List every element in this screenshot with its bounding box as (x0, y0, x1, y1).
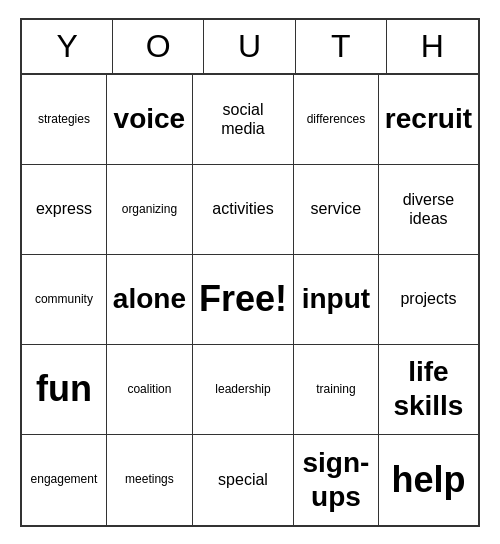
bingo-cell-23: sign-ups (294, 435, 379, 525)
bingo-cell-17: leadership (193, 345, 294, 435)
header-letter-t: T (296, 20, 387, 73)
bingo-cell-16: coalition (107, 345, 193, 435)
cell-text-6: organizing (122, 202, 177, 216)
cell-text-11: alone (113, 282, 186, 316)
bingo-cell-15: fun (22, 345, 107, 435)
bingo-cell-4: recruit (379, 75, 478, 165)
bingo-cell-21: meetings (107, 435, 193, 525)
bingo-cell-7: activities (193, 165, 294, 255)
cell-text-24: help (391, 458, 465, 501)
cell-text-4: recruit (385, 102, 472, 136)
bingo-grid: strategiesvoicesocial mediadifferencesre… (22, 75, 478, 525)
cell-text-14: projects (400, 289, 456, 308)
cell-text-10: community (35, 292, 93, 306)
cell-text-7: activities (212, 199, 273, 218)
cell-text-21: meetings (125, 472, 174, 486)
bingo-cell-24: help (379, 435, 478, 525)
bingo-cell-11: alone (107, 255, 193, 345)
header-letter-h: H (387, 20, 478, 73)
cell-text-3: differences (307, 112, 365, 126)
cell-text-18: training (316, 382, 355, 396)
cell-text-15: fun (36, 367, 92, 410)
bingo-card: YOUTH strategiesvoicesocial mediadiffere… (20, 18, 480, 527)
cell-text-5: express (36, 199, 92, 218)
bingo-cell-10: community (22, 255, 107, 345)
bingo-cell-6: organizing (107, 165, 193, 255)
bingo-cell-13: input (294, 255, 379, 345)
bingo-cell-0: strategies (22, 75, 107, 165)
cell-text-12: Free! (199, 277, 287, 320)
cell-text-2: social media (199, 100, 287, 138)
bingo-cell-19: life skills (379, 345, 478, 435)
cell-text-23: sign-ups (300, 446, 372, 513)
bingo-cell-20: engagement (22, 435, 107, 525)
cell-text-0: strategies (38, 112, 90, 126)
cell-text-19: life skills (385, 355, 472, 422)
header-letter-u: U (204, 20, 295, 73)
bingo-cell-5: express (22, 165, 107, 255)
bingo-cell-12: Free! (193, 255, 294, 345)
header-letter-o: O (113, 20, 204, 73)
bingo-cell-3: differences (294, 75, 379, 165)
cell-text-1: voice (114, 102, 186, 136)
bingo-cell-1: voice (107, 75, 193, 165)
header-letter-y: Y (22, 20, 113, 73)
bingo-cell-22: special (193, 435, 294, 525)
bingo-cell-9: diverse ideas (379, 165, 478, 255)
bingo-cell-2: social media (193, 75, 294, 165)
cell-text-22: special (218, 470, 268, 489)
header-row: YOUTH (22, 20, 478, 75)
cell-text-17: leadership (215, 382, 270, 396)
cell-text-20: engagement (31, 472, 98, 486)
cell-text-9: diverse ideas (385, 190, 472, 228)
cell-text-13: input (302, 282, 370, 316)
cell-text-16: coalition (127, 382, 171, 396)
cell-text-8: service (311, 199, 362, 218)
bingo-cell-14: projects (379, 255, 478, 345)
bingo-cell-18: training (294, 345, 379, 435)
bingo-cell-8: service (294, 165, 379, 255)
